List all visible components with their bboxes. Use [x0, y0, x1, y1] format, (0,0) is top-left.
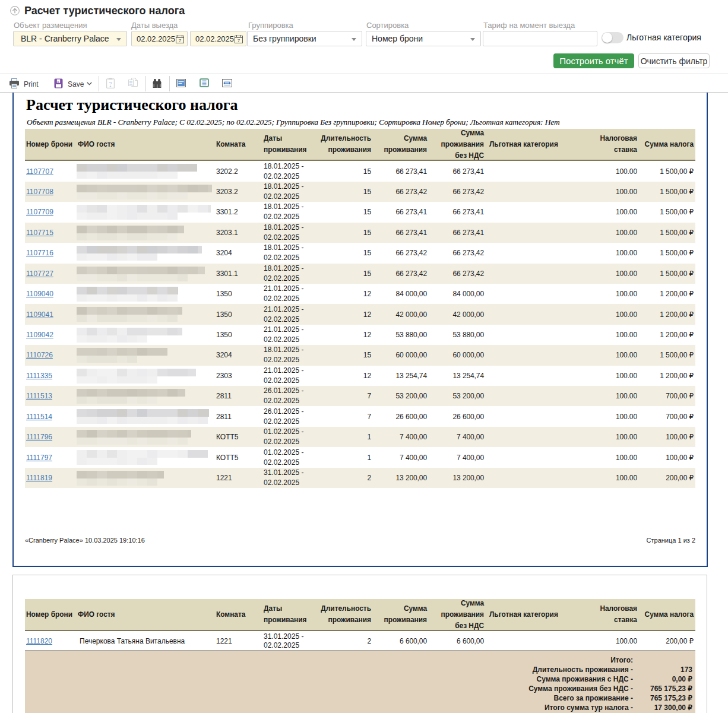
svg-text:7: 7 — [238, 38, 240, 43]
svg-text:?: ? — [109, 80, 112, 87]
svg-text:7: 7 — [179, 38, 182, 43]
